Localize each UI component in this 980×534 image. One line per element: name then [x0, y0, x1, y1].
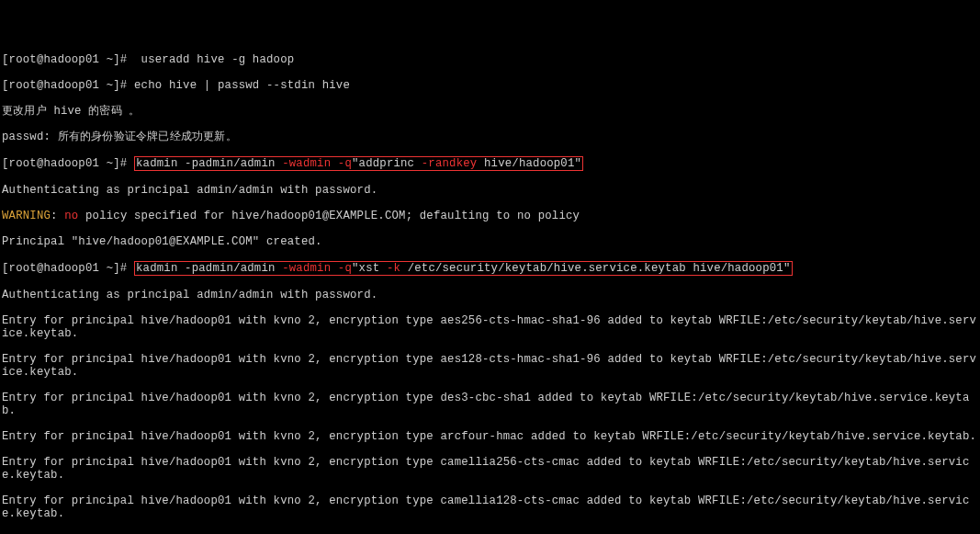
entry-line: Entry for principal hive/hadoop01 with k… — [2, 314, 980, 340]
entry-line: Entry for principal hive/hadoop01 with k… — [2, 353, 980, 379]
warning-line: WARNING: no policy specified for hive/ha… — [2, 210, 980, 222]
entry-line: Entry for principal hive/hadoop01 with k… — [2, 456, 980, 482]
auth-line-2: Authenticating as principal admin/admin … — [2, 289, 980, 301]
highlight-box-1: kadmin -padmin/admin -wadmin -q"addprinc… — [134, 156, 583, 171]
cmd-passwd: [root@hadoop01 ~]# echo hive | passwd --… — [2, 79, 980, 92]
passwd-output-1: 更改用户 hive 的密码 。 — [2, 105, 980, 118]
passwd-output-2: passwd: 所有的身份验证令牌已经成功更新。 — [2, 131, 980, 143]
cmd-kadmin-xst: [root@hadoop01 ~]# kadmin -padmin/admin … — [2, 261, 980, 276]
entry-line: Entry for principal hive/hadoop01 with k… — [2, 430, 980, 443]
cmd-useradd: [root@hadoop01 ~]# useradd hive -g hadoo… — [2, 53, 980, 66]
entry-line: Entry for principal hive/hadoop01 with k… — [2, 494, 980, 520]
auth-line-1: Authenticating as principal admin/admin … — [2, 184, 980, 197]
principal-created: Principal "hive/hadoop01@EXAMPLE.COM" cr… — [2, 235, 980, 248]
entry-line: Entry for principal hive/hadoop01 with k… — [2, 392, 980, 417]
cmd-kadmin-addprinc: [root@hadoop01 ~]# kadmin -padmin/admin … — [2, 156, 980, 171]
highlight-box-2: kadmin -padmin/admin -wadmin -q"xst -k /… — [134, 261, 793, 276]
